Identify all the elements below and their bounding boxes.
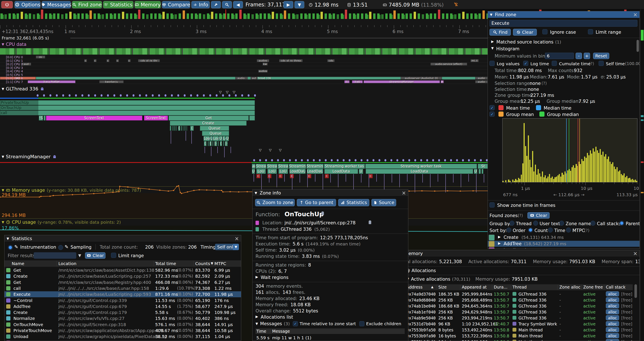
sample-dot[interactable] — [113, 94, 115, 97]
sample-dot[interactable] — [177, 94, 179, 97]
cpu-plot-header[interactable]: ▼CPU usage(y-range: 0.78%, visible data … — [2, 220, 121, 225]
sample-dot[interactable] — [360, 159, 362, 161]
alloc-row[interactable]: 0x7553b9fa9016 bytes153,722,396ns13:50.8… — [406, 333, 633, 339]
log-values-checkbox[interactable] — [490, 61, 494, 66]
close-icon[interactable]: × — [633, 251, 638, 256]
zone-u[interactable]: U — [210, 136, 213, 141]
message-row[interactable]: 5.59 smip 11 w 1 h 1 (1) — [256, 335, 405, 341]
found-clear-button[interactable]: Clear — [528, 212, 550, 219]
instrumentation-radio[interactable] — [8, 245, 13, 250]
zone--[interactable]: ( — [190, 126, 194, 131]
table-row[interactable]: Executejni/../jni/src/claw/base/LuaScrip… — [4, 291, 241, 297]
zone-info-line[interactable]: ▶Allocations list — [256, 314, 293, 320]
scrollbar-thumb[interactable] — [634, 284, 637, 298]
zone-info-go-to-parent-button[interactable]: ↑Go to parent — [297, 199, 336, 206]
zone--s[interactable]: !S — [39, 116, 43, 121]
sample-dot[interactable] — [366, 159, 368, 161]
sample-dot[interactable] — [203, 94, 205, 97]
zone-lou[interactable]: LoU — [278, 169, 288, 174]
sample-dot[interactable] — [331, 159, 333, 161]
sample-dot[interactable] — [37, 94, 38, 97]
sort-by-order[interactable] — [506, 228, 511, 232]
cpu-zone-c[interactable]: c — [94, 59, 96, 62]
zone-queue[interactable]: Queue — [202, 131, 229, 136]
cpu-zone-audioserver-audioout-d-[interactable]: audioserver (AudioOut_D) — [401, 77, 442, 80]
sample-dot[interactable] — [253, 159, 255, 161]
found-zone-group-row[interactable]: ▶AddTree(18,542) 227.19 ms — [488, 241, 640, 247]
zone-tiny[interactable] — [183, 126, 184, 131]
sample-dot[interactable] — [132, 94, 134, 97]
zone-c[interactable]: C — [307, 174, 311, 178]
sample-dot[interactable] — [450, 159, 452, 161]
zone-st[interactable]: St — [478, 164, 488, 169]
prev-frame-button[interactable]: ◀ — [233, 1, 243, 8]
cpu-zone-kw[interactable]: kw — [262, 63, 268, 66]
sample-dot[interactable] — [75, 94, 77, 97]
group-by-thread[interactable] — [510, 221, 514, 226]
find-zone-search-input[interactable]: Execute — [490, 20, 638, 27]
memory-plot-area[interactable] — [0, 193, 488, 218]
zone-u[interactable]: U — [359, 169, 363, 174]
cpu-zone-aut[interactable]: aut — [250, 77, 258, 80]
sample-dot[interactable] — [235, 94, 237, 97]
options-button[interactable]: ⚙Options — [14, 1, 40, 8]
cpu-zone-kworker-u[interactable]: kworker/u — [99, 80, 124, 83]
timing-dropdown[interactable]: Self only▼ — [215, 244, 239, 250]
zone-screentext[interactable]: ScreenText — [46, 116, 142, 121]
alloc-callstack-button[interactable]: alloc — [606, 309, 619, 314]
zone-c[interactable]: C — [278, 174, 282, 178]
alloc-row[interactable]: 0x74ab1ef040256 KB294,629,948ns13:50.7GL… — [406, 309, 633, 315]
table-row[interactable]: Normalizejni/../jni/src/claw/vfs/Vfs.cpp… — [4, 315, 241, 321]
close-icon[interactable]: × — [402, 190, 406, 196]
zone-c[interactable]: C — [256, 174, 260, 178]
alloc-table-header[interactable]: AddressSizeAppeared atDura...ThreadZone … — [406, 284, 633, 290]
zone-u[interactable]: U — [252, 169, 255, 174]
find-zone-panel-header[interactable]: ▼Find zone× — [488, 11, 640, 18]
find-zone-histogram[interactable] — [502, 118, 638, 182]
zone-lo[interactable]: Lo — [223, 136, 226, 141]
table-row[interactable]: calljni/../jni/../../../src/claw/base/Lu… — [4, 285, 241, 291]
zone-info-source-button[interactable]: Source — [372, 199, 396, 206]
table-row[interactable]: ~Controljni/../jni/src/guif/Control.cpp:… — [4, 297, 241, 303]
zone--[interactable]: |~ — [225, 141, 228, 146]
sample-dot[interactable] — [100, 94, 102, 97]
zone-up[interactable]: Up — [219, 136, 222, 141]
cpu-zone-audios[interactable]: audios — [258, 70, 268, 73]
sample-dot[interactable] — [301, 159, 303, 161]
histogram-toggle[interactable]: ▼Histogram — [491, 46, 519, 51]
cpu-zone-cds-ol-rx-threa[interactable]: cds_ol_rx_threa — [279, 59, 302, 62]
cpu-zone-cds-ol-rx-thr[interactable]: cds_ol_rx_thr — [138, 59, 160, 62]
zone-tiny[interactable] — [173, 126, 174, 131]
memory-plot-header[interactable]: ▼Memory usage(y-range: 30.88 KB, visible… — [2, 188, 141, 193]
log-time-checkbox[interactable]: ✓ — [523, 61, 528, 66]
zone-tiny[interactable] — [186, 126, 187, 131]
sample-dot[interactable] — [295, 159, 297, 161]
sample-dot[interactable] — [120, 94, 122, 97]
zone-tiny[interactable] — [172, 126, 172, 131]
sample-dot[interactable] — [402, 159, 404, 161]
zone-tiny[interactable] — [479, 169, 481, 174]
zone-tiny[interactable] — [181, 126, 182, 131]
increase-button[interactable]: + — [584, 53, 590, 59]
cpu-zone-a[interactable]: A — [441, 80, 444, 83]
show-zone-time-checkbox[interactable] — [490, 202, 494, 207]
cpu-zone-c[interactable]: c — [84, 59, 87, 62]
alloc-callstack-button[interactable]: alloc — [606, 315, 619, 320]
sample-dot[interactable] — [337, 159, 338, 161]
zone-tiny[interactable] — [482, 169, 483, 174]
zone--[interactable]: ( — [210, 141, 212, 146]
matched-locations-toggle[interactable]: ▶Matched source locations(1) — [491, 40, 561, 45]
alloc-row[interactable]: 0x7553b9fa508 bytes153,492,240ns13:50.8M… — [406, 327, 633, 333]
zone-an[interactable]: an — [252, 164, 255, 169]
sample-dot[interactable] — [432, 159, 434, 161]
zone-loaddata[interactable]: LoadData — [324, 169, 358, 174]
zone-streaming-worker-task[interactable]: Streaming worker task — [365, 164, 477, 169]
cumulate-time-checkbox[interactable] — [552, 61, 557, 66]
cpu-zone-audio-[interactable]: audio. — [235, 77, 248, 80]
limit-range-checkbox[interactable] — [588, 29, 593, 34]
tools-button[interactable] — [211, 1, 221, 8]
sort-by-count[interactable] — [528, 228, 533, 232]
zone-tiny[interactable] — [218, 141, 219, 146]
messages-header-row[interactable]: ▼Messages(3)✓Time relative to zone start… — [256, 321, 401, 326]
mean-legend-checkbox[interactable]: ✓ — [490, 105, 494, 110]
